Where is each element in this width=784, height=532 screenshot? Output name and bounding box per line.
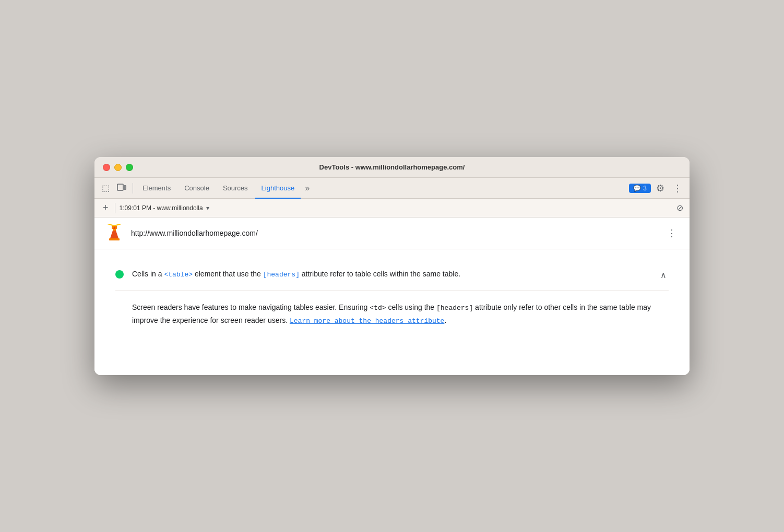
audit-desc-headers-attr: [headers] xyxy=(436,304,473,312)
device-icon xyxy=(117,183,126,194)
console-messages-button[interactable]: 💬 3 xyxy=(629,184,651,193)
maximize-button[interactable] xyxy=(126,164,133,171)
console-message-icon: 💬 xyxy=(633,185,641,192)
svg-line-6 xyxy=(108,224,114,226)
audit-title-prefix: Cells in a xyxy=(132,270,164,278)
audit-description-text: Screen readers have features to make nav… xyxy=(132,301,669,327)
audit-description: Screen readers have features to make nav… xyxy=(94,291,690,343)
main-content: http://www.milliondollarhomepage.com/ ⋮ … xyxy=(94,217,690,374)
tab-elements[interactable]: Elements xyxy=(136,178,177,199)
report-header: http://www.milliondollarhomepage.com/ ⋮ xyxy=(94,217,690,249)
device-toggle-button[interactable] xyxy=(114,180,129,196)
lighthouse-logo-icon xyxy=(105,224,124,243)
console-count: 3 xyxy=(643,185,647,192)
chevron-right-icon: » xyxy=(305,184,310,193)
devtools-toolbar: ⬚ Elements Console Sources Lighthouse » xyxy=(94,178,690,199)
audit-title-suffix: attribute refer to table cells within th… xyxy=(300,270,460,278)
secondary-toolbar: + 1:09:01 PM - www.milliondolla ▾ ⊘ xyxy=(94,199,690,217)
gear-icon: ⚙ xyxy=(656,183,664,194)
devtools-window: DevTools - www.milliondollarhomepage.com… xyxy=(94,157,690,374)
tab-console-label: Console xyxy=(184,184,209,192)
tab-lighthouse-label: Lighthouse xyxy=(262,184,295,192)
audit-title-table-tag: <table> xyxy=(164,271,193,279)
more-options-button[interactable]: ⋮ xyxy=(670,180,685,196)
vertical-dots-icon: ⋮ xyxy=(673,183,682,194)
audit-desc-part1: Screen readers have features to make nav… xyxy=(132,303,370,311)
clear-icon[interactable]: ⊘ xyxy=(676,203,683,213)
plus-icon: + xyxy=(103,202,109,213)
audit-desc-period: . xyxy=(444,316,446,324)
close-button[interactable] xyxy=(103,164,110,171)
audit-collapse-button[interactable]: ∧ xyxy=(658,268,669,282)
toolbar-separator-1 xyxy=(133,183,133,194)
title-bar: DevTools - www.milliondollarhomepage.com… xyxy=(94,157,690,178)
audit-title-mid: element that use the xyxy=(193,270,263,278)
report-more-button[interactable]: ⋮ xyxy=(665,225,679,241)
secondary-separator xyxy=(115,203,115,213)
svg-marker-3 xyxy=(110,226,118,238)
toolbar-right-controls: 💬 3 ⚙ ⋮ xyxy=(629,180,685,196)
svg-rect-5 xyxy=(113,229,116,231)
tab-overflow-button[interactable]: » xyxy=(302,182,313,195)
svg-rect-1 xyxy=(124,186,126,189)
report-more-icon: ⋮ xyxy=(667,227,677,239)
learn-more-link[interactable]: Learn more about the headers attribute xyxy=(290,317,444,325)
audit-item: Cells in a <table> element that use the … xyxy=(115,260,669,291)
svg-rect-4 xyxy=(109,238,120,240)
audit-title-headers-attr: [headers] xyxy=(263,271,300,279)
inspect-icon: ⬚ xyxy=(102,183,110,193)
tab-elements-label: Elements xyxy=(142,184,171,192)
audit-pass-dot xyxy=(115,270,124,279)
inspect-element-button[interactable]: ⬚ xyxy=(99,181,113,195)
audit-desc-td-tag: <td> xyxy=(370,304,386,312)
report-url: http://www.milliondollarhomepage.com/ xyxy=(131,229,665,237)
tab-sources[interactable]: Sources xyxy=(217,178,254,199)
audit-title-text: Cells in a <table> element that use the … xyxy=(132,268,650,281)
tab-sources-label: Sources xyxy=(223,184,248,192)
tab-console[interactable]: Console xyxy=(178,178,216,199)
audit-section: Cells in a <table> element that use the … xyxy=(94,249,690,291)
svg-line-7 xyxy=(114,224,121,226)
dropdown-arrow-icon[interactable]: ▾ xyxy=(206,204,209,212)
chevron-up-icon: ∧ xyxy=(660,270,667,280)
tab-lighthouse[interactable]: Lighthouse xyxy=(255,178,301,199)
add-button[interactable]: + xyxy=(101,201,111,214)
timestamp-area: 1:09:01 PM - www.milliondolla ▾ xyxy=(120,204,672,212)
timestamp-text: 1:09:01 PM - www.milliondolla xyxy=(120,204,203,212)
minimize-button[interactable] xyxy=(114,164,122,171)
traffic-lights xyxy=(103,164,133,171)
bottom-space xyxy=(94,344,690,375)
svg-rect-0 xyxy=(117,184,123,190)
settings-button[interactable]: ⚙ xyxy=(653,180,668,196)
audit-desc-part2: cells using the xyxy=(386,303,437,311)
window-title: DevTools - www.milliondollarhomepage.com… xyxy=(319,163,465,171)
